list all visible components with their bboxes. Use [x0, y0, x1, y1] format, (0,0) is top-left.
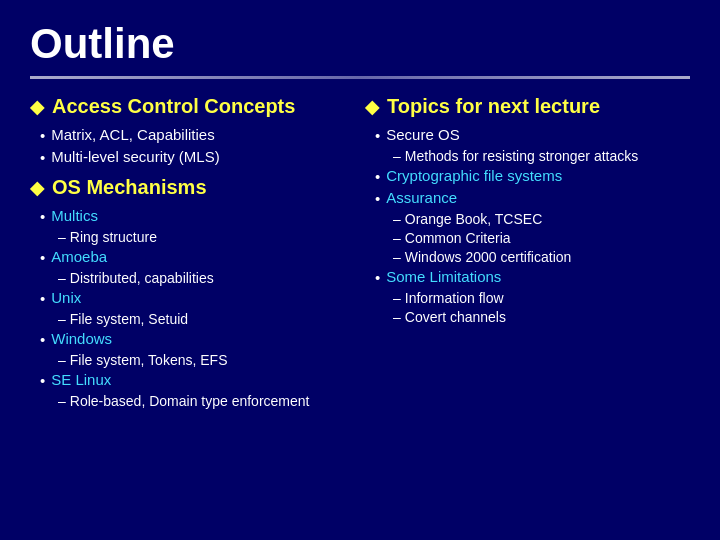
bullet-selinux-text: SE Linux	[51, 371, 111, 388]
dash-7: –	[393, 211, 401, 227]
bullet-limitations: • Some Limitations	[365, 268, 690, 286]
bullet-multics-text: Multics	[51, 207, 98, 224]
bullet-crypto: • Cryptographic file systems	[365, 167, 690, 185]
bullet-matrix-text: Matrix, ACL, Capabilities	[51, 126, 214, 143]
diamond-icon-2: ◆	[30, 177, 44, 199]
bullet-dot-8: •	[375, 127, 380, 144]
bullet-dot-3: •	[40, 208, 45, 225]
dash-11: –	[393, 309, 401, 325]
sub-infoflow-text: Information flow	[405, 290, 504, 306]
dash-10: –	[393, 290, 401, 306]
bullet-secureos: • Secure OS	[365, 126, 690, 144]
diamond-icon-1: ◆	[30, 96, 44, 118]
bullet-dot-9: •	[375, 168, 380, 185]
bullet-dot-1: •	[40, 127, 45, 144]
sub-rolebased: – Role-based, Domain type enforcement	[30, 393, 355, 409]
bullet-windows-text: Windows	[51, 330, 112, 347]
bullet-dot-5: •	[40, 290, 45, 307]
bullet-assurance: • Assurance	[365, 189, 690, 207]
dash-1: –	[58, 229, 66, 245]
bullet-selinux: • SE Linux	[30, 371, 355, 389]
bullet-limitations-text: Some Limitations	[386, 268, 501, 285]
sub-infoflow: – Information flow	[365, 290, 690, 306]
bullet-windows: • Windows	[30, 330, 355, 348]
sub-distributed: – Distributed, capabilities	[30, 270, 355, 286]
bullet-assurance-text: Assurance	[386, 189, 457, 206]
sub-methods: – Methods for resisting stronger attacks	[365, 148, 690, 164]
slide: Outline ◆ Access Control Concepts • Matr…	[0, 0, 720, 540]
bullet-unix: • Unix	[30, 289, 355, 307]
sub-ring-text: Ring structure	[70, 229, 157, 245]
section-topics: ◆ Topics for next lecture	[365, 95, 690, 118]
dash-2: –	[58, 270, 66, 286]
sub-distributed-text: Distributed, capabilities	[70, 270, 214, 286]
section1-header: Access Control Concepts	[52, 95, 295, 118]
bullet-matrix: • Matrix, ACL, Capabilities	[30, 126, 355, 144]
bullet-mls: • Multi-level security (MLS)	[30, 148, 355, 166]
topics-header: Topics for next lecture	[387, 95, 600, 118]
dash-4: –	[58, 352, 66, 368]
bullet-multics: • Multics	[30, 207, 355, 225]
section-access-control: ◆ Access Control Concepts	[30, 95, 355, 118]
section-os-mechanisms: ◆ OS Mechanisms	[30, 176, 355, 199]
dash-5: –	[58, 393, 66, 409]
sub-covert-text: Covert channels	[405, 309, 506, 325]
sub-covert: – Covert channels	[365, 309, 690, 325]
right-column: ◆ Topics for next lecture • Secure OS – …	[365, 95, 690, 520]
sub-filesystem: – File system, Setuid	[30, 311, 355, 327]
bullet-crypto-text: Cryptographic file systems	[386, 167, 562, 184]
bullet-unix-text: Unix	[51, 289, 81, 306]
sub-windows2000: – Windows 2000 certification	[365, 249, 690, 265]
bullet-secureos-text: Secure OS	[386, 126, 459, 143]
bullet-dot-4: •	[40, 249, 45, 266]
sub-methods-text: Methods for resisting stronger attacks	[405, 148, 638, 164]
sub-filesystem-text: File system, Setuid	[70, 311, 188, 327]
sub-commoncriteria-text: Common Criteria	[405, 230, 511, 246]
sub-windows2000-text: Windows 2000 certification	[405, 249, 572, 265]
dash-9: –	[393, 249, 401, 265]
bullet-dot-7: •	[40, 372, 45, 389]
bullet-amoeba: • Amoeba	[30, 248, 355, 266]
slide-title: Outline	[30, 20, 690, 68]
bullet-amoeba-text: Amoeba	[51, 248, 107, 265]
divider	[30, 76, 690, 79]
sub-ring: – Ring structure	[30, 229, 355, 245]
diamond-icon-3: ◆	[365, 96, 379, 118]
left-column: ◆ Access Control Concepts • Matrix, ACL,…	[30, 95, 355, 520]
sub-tokens-text: File system, Tokens, EFS	[70, 352, 228, 368]
section2-header: OS Mechanisms	[52, 176, 207, 199]
sub-orangebook: – Orange Book, TCSEC	[365, 211, 690, 227]
sub-rolebased-text: Role-based, Domain type enforcement	[70, 393, 310, 409]
bullet-dot-10: •	[375, 190, 380, 207]
bullet-dot-6: •	[40, 331, 45, 348]
sub-tokens: – File system, Tokens, EFS	[30, 352, 355, 368]
bullet-mls-text: Multi-level security (MLS)	[51, 148, 219, 165]
content-columns: ◆ Access Control Concepts • Matrix, ACL,…	[30, 95, 690, 520]
bullet-dot-2: •	[40, 149, 45, 166]
dash-3: –	[58, 311, 66, 327]
sub-orangebook-text: Orange Book, TCSEC	[405, 211, 542, 227]
sub-commoncriteria: – Common Criteria	[365, 230, 690, 246]
bullet-dot-11: •	[375, 269, 380, 286]
dash-6: –	[393, 148, 401, 164]
dash-8: –	[393, 230, 401, 246]
